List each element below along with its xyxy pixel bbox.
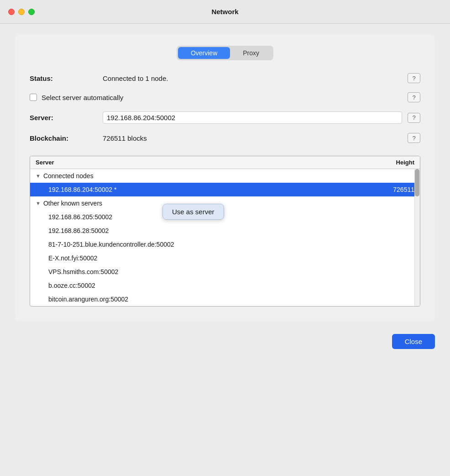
connected-node-row[interactable]: 192.168.86.204:50002 * 726511 Use as ser… [30,183,420,196]
other-servers-label: Other known servers [43,200,102,207]
tab-overview[interactable]: Overview [178,47,230,59]
status-help-button[interactable]: ? [408,73,420,83]
traffic-lights [8,9,35,15]
other-server-name-2: 81-7-10-251.blue.kundencontroller.de:500… [48,241,378,248]
scrollbar[interactable] [414,169,420,306]
close-window-button[interactable] [8,9,15,15]
list-item[interactable]: 192.168.86.205:50002 [30,210,420,224]
blockchain-value: 726511 blocks [103,134,402,142]
list-item[interactable]: E-X.not.fyi:50002 [30,251,420,265]
server-row: Server: ? [30,111,420,124]
list-item[interactable]: 192.168.86.28:50002 [30,224,420,238]
minimize-window-button[interactable] [18,9,25,15]
list-item[interactable]: 81-7-10-251.blue.kundencontroller.de:500… [30,238,420,251]
list-body: ▼ Connected nodes 192.168.86.204:50002 *… [30,169,420,306]
other-servers-chevron: ▼ [36,201,41,206]
connected-nodes-group[interactable]: ▼ Connected nodes [30,169,420,183]
context-menu-use-as-server: Use as server [172,208,215,216]
list-item[interactable]: VPS.hsmiths.com:50002 [30,265,420,279]
tab-container: Overview Proxy [177,46,273,60]
tab-bar: Overview Proxy [30,46,420,60]
other-server-name-4: VPS.hsmiths.com:50002 [48,268,378,275]
col-server-header: Server [36,159,378,166]
tab-proxy[interactable]: Proxy [230,47,272,59]
close-button[interactable]: Close [392,334,435,349]
connected-node-height: 726511 [378,186,414,193]
scrollbar-thumb[interactable] [415,169,419,196]
connected-nodes-label: Connected nodes [43,172,94,180]
select-server-help-button[interactable]: ? [408,92,420,102]
blockchain-label: Blockchain: [30,134,103,142]
status-value: Connected to 1 node. [103,74,402,82]
other-server-name-3: E-X.not.fyi:50002 [48,254,378,262]
list-item[interactable]: b.ooze.cc:50002 [30,279,420,292]
other-server-name-6: bitcoin.aranguren.org:50002 [48,296,378,303]
window-title: Network [211,8,238,16]
context-menu[interactable]: Use as server [162,204,224,220]
status-label: Status: [30,74,103,82]
other-servers-group[interactable]: ▼ Other known servers [30,196,420,210]
list-header: Server Height [30,156,420,169]
maximize-window-button[interactable] [28,9,35,15]
status-row: Status: Connected to 1 node. ? [30,73,420,83]
col-height-header: Height [378,159,414,166]
blockchain-row: Blockchain: 726511 blocks ? [30,133,420,143]
select-server-checkbox[interactable] [30,94,37,101]
title-bar: Network [0,0,450,24]
server-help-button[interactable]: ? [408,113,420,123]
other-server-name-5: b.ooze.cc:50002 [48,282,378,289]
main-content: Overview Proxy Status: Connected to 1 no… [15,35,435,321]
server-label: Server: [30,114,103,122]
list-item[interactable]: bitcoin.aranguren.org:50002 [30,292,420,306]
connected-nodes-chevron: ▼ [36,173,41,179]
blockchain-help-button[interactable]: ? [408,133,420,143]
other-server-name-1: 192.168.86.28:50002 [48,227,378,234]
select-server-row: Select server automatically ? [30,92,420,102]
select-server-label: Select server automatically [42,94,402,101]
server-list-container: Server Height ▼ Connected nodes 192.168.… [30,156,420,307]
window: Network Overview Proxy Status: Connected… [0,0,450,476]
footer: Close [15,334,435,349]
server-input[interactable] [103,111,402,124]
connected-node-name: 192.168.86.204:50002 * [48,186,378,193]
